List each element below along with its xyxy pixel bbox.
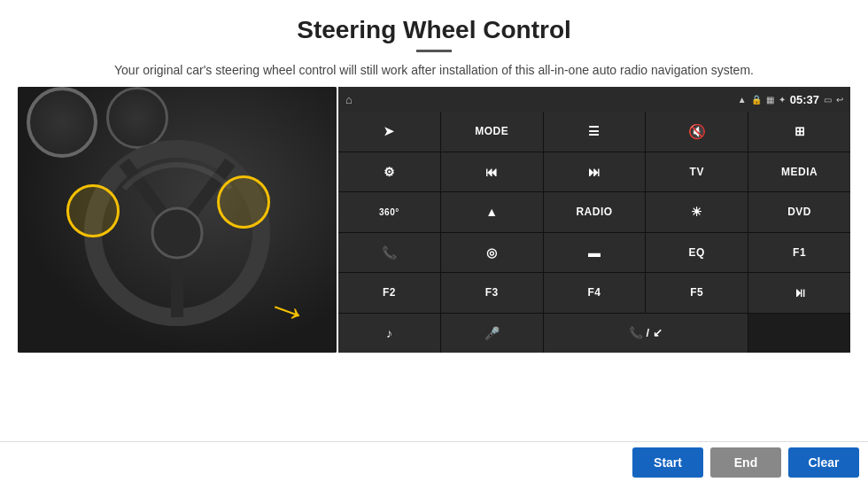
btn-eq[interactable]: EQ <box>646 233 748 273</box>
yellow-circle-left <box>66 184 120 237</box>
btn-tv[interactable]: TV <box>646 152 748 192</box>
btn-f1[interactable]: F1 <box>748 233 850 273</box>
header-section: Steering Wheel Control Your original car… <box>0 0 868 87</box>
btn-send[interactable]: ➤ <box>338 112 440 152</box>
back-icon: ↩ <box>836 95 843 105</box>
btn-prev[interactable]: ⏮ <box>441 152 543 192</box>
btn-playpause[interactable]: ⏯ <box>748 273 850 313</box>
btn-mic[interactable]: 🎤 <box>441 314 543 354</box>
btn-f3[interactable]: F3 <box>441 273 543 313</box>
page-title: Steering Wheel Control <box>35 16 833 44</box>
page-wrapper: Steering Wheel Control Your original car… <box>0 0 868 482</box>
btn-media[interactable]: MEDIA <box>748 152 850 192</box>
btn-nav[interactable]: ◎ <box>441 233 543 273</box>
btn-next[interactable]: ⏭ <box>544 152 646 192</box>
steering-wheel-image: → <box>18 87 337 353</box>
start-button[interactable]: Start <box>632 447 703 478</box>
btn-mode[interactable]: MODE <box>441 112 543 152</box>
wifi-icon: ▲ <box>738 95 747 105</box>
end-button[interactable]: End <box>710 447 781 478</box>
sim-icon: ▦ <box>766 95 774 105</box>
content-section: → ⌂ ▲ 🔒 ▦ ✦ 05:37 ▭ ↩ <box>0 87 868 441</box>
btn-radio[interactable]: RADIO <box>544 192 646 232</box>
status-left: ⌂ <box>345 93 353 106</box>
btn-call-end[interactable]: 📞 / ↙ <box>544 314 748 354</box>
control-panel: ⌂ ▲ 🔒 ▦ ✦ 05:37 ▭ ↩ ➤ MODE ☰ 🔇 <box>338 87 850 353</box>
btn-mute[interactable]: 🔇 <box>646 112 748 152</box>
btn-f5[interactable]: F5 <box>646 273 748 313</box>
btn-dvd[interactable]: DVD <box>748 192 850 232</box>
home-status-icon: ⌂ <box>345 93 353 106</box>
subtitle: Your original car's steering wheel contr… <box>35 61 833 80</box>
title-divider <box>416 50 452 52</box>
status-time: 05:37 <box>790 93 819 106</box>
btn-menu[interactable]: ☰ <box>544 112 646 152</box>
bluetooth-icon: ✦ <box>779 95 786 105</box>
screen-icon: ▭ <box>824 95 832 105</box>
btn-f2[interactable]: F2 <box>338 273 440 313</box>
btn-360[interactable]: 360° <box>338 192 440 232</box>
btn-screen[interactable]: ▬ <box>544 233 646 273</box>
btn-eject[interactable]: ▲ <box>441 192 543 232</box>
status-icons: ▲ 🔒 ▦ ✦ 05:37 ▭ ↩ <box>738 93 843 106</box>
btn-empty <box>748 314 850 354</box>
button-grid: ➤ MODE ☰ 🔇 ⊞ ⚙ ⏮ ⏭ TV MEDIA 360° ▲ RADIO… <box>338 112 850 353</box>
btn-phone[interactable]: 📞 <box>338 233 440 273</box>
btn-brightness[interactable]: ☀ <box>646 192 748 232</box>
btn-grid[interactable]: ⊞ <box>748 112 850 152</box>
btn-settings[interactable]: ⚙ <box>338 152 440 192</box>
btn-f4[interactable]: F4 <box>544 273 646 313</box>
svg-point-4 <box>152 208 202 258</box>
clear-button[interactable]: Clear <box>788 447 859 478</box>
bottom-bar: Start End Clear <box>0 441 868 482</box>
btn-music[interactable]: ♪ <box>338 314 440 354</box>
yellow-circle-right <box>217 175 270 229</box>
lock-icon: 🔒 <box>751 95 762 105</box>
status-bar: ⌂ ▲ 🔒 ▦ ✦ 05:37 ▭ ↩ <box>338 87 850 112</box>
